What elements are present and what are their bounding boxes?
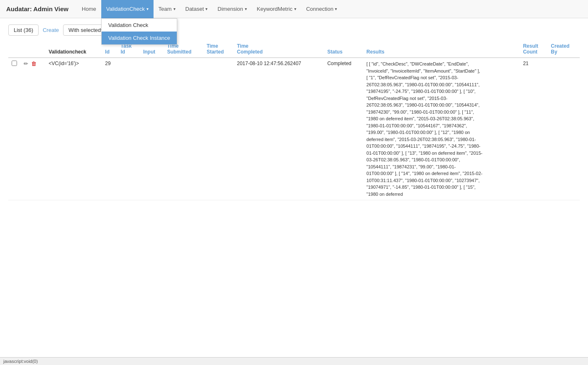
dd-validation-check-instance[interactable]: Validation Check Instance [102, 32, 177, 44]
row-status: Completed [324, 58, 363, 200]
nav-dataset-caret: ▾ [205, 7, 207, 11]
nav-validationcheck-label: ValidationCheck [106, 6, 145, 12]
nav-validationcheck-caret: ▾ [146, 7, 149, 11]
nav-dataset-label: Dataset [185, 6, 204, 12]
dd-validation-check[interactable]: Validation Check [102, 19, 177, 32]
list-count-button[interactable]: List (36) [8, 24, 39, 36]
nav-dimension-label: Dimension [217, 6, 243, 12]
validationcheck-dropdown: Validation Check Validation Check Instan… [101, 18, 177, 45]
nav-dimension-caret: ▾ [245, 7, 247, 11]
nav-validationcheck[interactable]: ValidationCheck ▾ Validation Check Valid… [101, 0, 154, 18]
nav-team-caret: ▾ [173, 7, 176, 11]
navbar: Audatar: Admin View Home ValidationCheck… [0, 0, 588, 18]
nav-connection[interactable]: Connection ▾ [301, 0, 342, 18]
data-table: Validationcheck Id TaskId Input TimeSubm… [8, 41, 580, 200]
row-validationcheck: <VC(id='16')> [45, 58, 102, 200]
table-row: ✏ 🗑 <VC(id='16')> 29 2017-08-10 12:47:56… [8, 58, 580, 200]
nav-home[interactable]: Home [77, 0, 101, 18]
th-results[interactable]: Results [363, 41, 520, 58]
row-timesubmitted [164, 58, 203, 200]
create-button[interactable]: Create [43, 27, 59, 33]
row-input [140, 58, 164, 200]
th-timecompleted[interactable]: TimeCompleted [234, 41, 324, 58]
row-checkbox-cell [8, 58, 20, 200]
th-createdby[interactable]: CreatedBy [548, 41, 580, 58]
toolbar: List (36) Create With selected▾ [8, 24, 580, 36]
row-timestarted [203, 58, 234, 200]
results-text: [ [ "id", "CheckDesc", "DWCreateDate", "… [366, 61, 483, 197]
th-checkbox [8, 41, 20, 58]
th-resultcount[interactable]: ResultCount [520, 41, 547, 58]
row-resultcount: 21 [520, 58, 547, 200]
row-taskid [117, 58, 140, 200]
main-content: List (36) Create With selected▾ Validati… [0, 18, 588, 207]
nav-keywordmetric-caret: ▾ [294, 7, 296, 11]
row-id: 29 [102, 58, 117, 200]
delete-icon[interactable]: 🗑 [31, 61, 37, 67]
nav-team[interactable]: Team ▾ [154, 0, 181, 18]
nav-connection-label: Connection [306, 6, 334, 12]
nav-connection-caret: ▾ [335, 7, 337, 11]
row-results: [ [ "id", "CheckDesc", "DWCreateDate", "… [363, 58, 520, 200]
th-status[interactable]: Status [324, 41, 363, 58]
nav-dimension[interactable]: Dimension ▾ [212, 0, 251, 18]
row-timecompleted: 2017-08-10 12:47:56.262407 [234, 58, 324, 200]
navbar-brand: Audatar: Admin View [6, 5, 68, 12]
nav-team-label: Team [159, 6, 172, 12]
th-actions [20, 41, 45, 58]
row-checkbox[interactable] [12, 61, 17, 66]
th-validationcheck[interactable]: Validationcheck [45, 41, 102, 58]
th-timestarted[interactable]: TimeStarted [203, 41, 234, 58]
status-badge: Completed [327, 61, 351, 66]
table-header-row: Validationcheck Id TaskId Input TimeSubm… [8, 41, 580, 58]
nav-keywordmetric[interactable]: KeywordMetric ▾ [252, 0, 301, 18]
nav-home-label: Home [82, 6, 96, 12]
row-actions-cell: ✏ 🗑 [20, 58, 45, 200]
row-createdby [548, 58, 580, 200]
nav-keywordmetric-label: KeywordMetric [257, 6, 293, 12]
nav-dataset[interactable]: Dataset ▾ [181, 0, 213, 18]
edit-icon[interactable]: ✏ [24, 61, 28, 67]
